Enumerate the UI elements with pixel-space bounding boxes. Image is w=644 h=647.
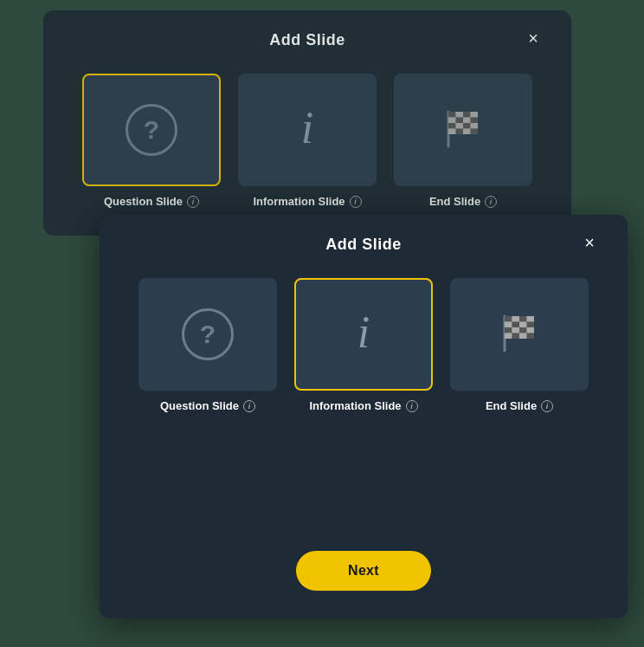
- svg-rect-17: [471, 129, 479, 135]
- svg-rect-29: [512, 327, 520, 333]
- svg-rect-20: [505, 316, 512, 322]
- svg-rect-11: [456, 123, 464, 129]
- slide-option-end-front[interactable]: End Slide i: [450, 278, 589, 412]
- next-button[interactable]: Next: [296, 551, 431, 591]
- svg-rect-35: [527, 333, 535, 340]
- slide-option-question-back[interactable]: ? Question Slide i: [82, 74, 221, 208]
- slide-options-back: ? Question Slide i i Information Slide i: [71, 74, 544, 208]
- slide-label-information-back: Information Slide i: [253, 195, 361, 208]
- svg-rect-21: [512, 316, 520, 322]
- slide-label-question-back: Question Slide i: [104, 195, 199, 208]
- svg-rect-12: [463, 123, 471, 129]
- add-slide-dialog-back: Add Slide × ? Question Slide i i Informa…: [43, 10, 571, 236]
- info-icon-front: i: [357, 310, 370, 355]
- end-info-badge-front[interactable]: i: [541, 400, 553, 412]
- slide-option-information-back[interactable]: i Information Slide i: [238, 74, 377, 208]
- svg-rect-3: [456, 112, 464, 118]
- end-slide-text-front: End Slide: [486, 399, 537, 412]
- svg-rect-23: [527, 316, 535, 322]
- svg-rect-27: [527, 322, 535, 328]
- question-info-badge-back[interactable]: i: [187, 196, 199, 208]
- svg-rect-9: [471, 118, 479, 124]
- slide-option-question-front[interactable]: ? Question Slide i: [138, 278, 277, 412]
- svg-rect-33: [512, 333, 520, 340]
- close-button-back[interactable]: ×: [523, 28, 544, 49]
- question-icon-back: ?: [126, 104, 177, 156]
- svg-rect-8: [463, 118, 471, 124]
- svg-rect-15: [456, 129, 464, 135]
- info-icon-back: i: [301, 106, 313, 151]
- information-info-badge-back[interactable]: i: [350, 196, 362, 208]
- svg-rect-31: [527, 327, 535, 333]
- end-slide-text-back: End Slide: [429, 195, 480, 208]
- svg-rect-10: [448, 123, 456, 129]
- slide-label-information-front: Information Slide i: [309, 399, 417, 412]
- svg-rect-28: [505, 327, 512, 333]
- end-info-badge-back[interactable]: i: [485, 196, 497, 208]
- question-slide-text-back: Question Slide: [104, 195, 183, 208]
- slide-card-end-front[interactable]: [450, 278, 589, 391]
- slide-card-information-back[interactable]: i: [238, 74, 377, 186]
- question-slide-text-front: Question Slide: [160, 399, 239, 412]
- svg-rect-2: [448, 112, 456, 118]
- svg-rect-6: [448, 118, 456, 124]
- slide-label-question-front: Question Slide i: [160, 399, 255, 412]
- flag-icon-back: [440, 105, 486, 155]
- slide-card-end-back[interactable]: [394, 74, 532, 186]
- slide-label-end-back: End Slide i: [429, 195, 497, 208]
- question-info-badge-front[interactable]: i: [243, 400, 255, 412]
- svg-rect-30: [519, 327, 527, 333]
- dialog-header-front: Add Slide ×: [127, 236, 600, 254]
- slide-option-information-front[interactable]: i Information Slide i: [294, 278, 433, 412]
- information-slide-text-back: Information Slide: [253, 195, 345, 208]
- question-icon-front: ?: [182, 308, 234, 360]
- svg-rect-16: [463, 129, 471, 135]
- dialog-title-back: Add Slide: [269, 31, 345, 49]
- information-info-badge-front[interactable]: i: [406, 400, 418, 412]
- slide-card-information-front[interactable]: i: [294, 278, 433, 391]
- svg-rect-32: [505, 333, 512, 340]
- dialog-title-front: Add Slide: [325, 236, 402, 254]
- dialog-header-back: Add Slide ×: [71, 31, 544, 49]
- svg-rect-34: [519, 333, 527, 340]
- svg-rect-7: [456, 118, 464, 124]
- svg-rect-25: [512, 322, 520, 328]
- next-button-container: Next: [127, 551, 600, 591]
- close-button-front[interactable]: ×: [579, 232, 600, 253]
- slide-options-front: ? Question Slide i i Information Slide i: [127, 278, 600, 412]
- slide-card-question-front[interactable]: ?: [138, 278, 277, 391]
- add-slide-dialog-front: Add Slide × ? Question Slide i i Informa…: [100, 215, 628, 618]
- slide-card-question-back[interactable]: ?: [82, 74, 221, 186]
- svg-rect-24: [505, 322, 512, 328]
- slide-label-end-front: End Slide i: [486, 399, 553, 412]
- svg-rect-5: [471, 112, 479, 118]
- svg-rect-22: [519, 316, 527, 322]
- svg-rect-26: [519, 322, 527, 328]
- flag-icon-front: [496, 309, 543, 359]
- slide-option-end-back[interactable]: End Slide i: [394, 74, 532, 208]
- svg-rect-4: [463, 112, 471, 118]
- svg-rect-13: [471, 123, 479, 129]
- information-slide-text-front: Information Slide: [309, 399, 401, 412]
- svg-rect-14: [448, 129, 456, 135]
